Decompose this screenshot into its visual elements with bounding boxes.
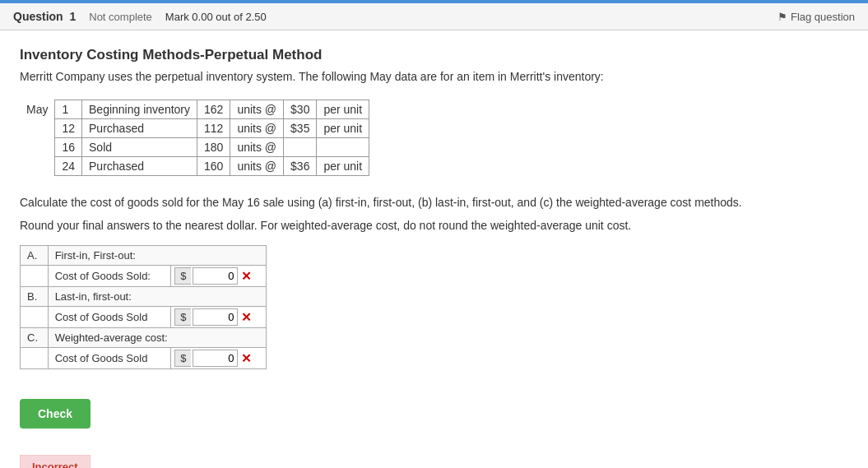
- inventory-row: 24Purchased160units @$36per unit: [20, 157, 369, 176]
- method-row: B.Last-in, first-out:: [21, 287, 267, 307]
- header-bar: Question 1 Not complete Mark 0.00 out of…: [0, 3, 868, 30]
- inventory-table: May1Beginning inventory162units @$30per …: [20, 100, 369, 176]
- inventory-row: May1Beginning inventory162units @$30per …: [20, 100, 369, 119]
- status-badge: Not complete: [89, 11, 152, 23]
- flag-label: Flag question: [791, 11, 855, 23]
- instructions-line1: Calculate the cost of goods sold for the…: [20, 196, 848, 209]
- cost-row: Cost of Goods Sold$✕: [21, 307, 267, 328]
- intro-text: Merritt Company uses the perpetual inven…: [20, 70, 848, 83]
- flag-question-button[interactable]: ⚑ Flag question: [777, 11, 855, 23]
- cost-row: Cost of Goods Sold:$✕: [21, 266, 267, 287]
- input-cell[interactable]: $✕: [171, 266, 267, 287]
- mark-label: Mark 0.00 out of 2.50: [165, 11, 267, 23]
- cost-input-c[interactable]: [193, 350, 238, 367]
- cost-label: Cost of Goods Sold: [48, 348, 171, 369]
- section-letter: B.: [21, 287, 49, 307]
- method-label: Weighted-average cost:: [48, 328, 266, 348]
- inventory-row: 16Sold180units @: [20, 138, 369, 157]
- cost-label: Cost of Goods Sold: [48, 307, 171, 328]
- error-icon: ✕: [241, 310, 252, 325]
- question-word: Question: [13, 10, 63, 23]
- method-label: First-in, First-out:: [48, 246, 266, 266]
- error-icon: ✕: [241, 351, 252, 366]
- cost-input-b[interactable]: [193, 308, 238, 326]
- inventory-row: 12Purchased112units @$35per unit: [20, 119, 369, 138]
- method-row: C.Weighted-average cost:: [21, 328, 267, 348]
- instructions-line2: Round your final answers to the nearest …: [20, 219, 848, 232]
- section-letter: A.: [21, 246, 49, 266]
- question-label: Question 1: [13, 10, 76, 23]
- dollar-sign: $: [174, 350, 191, 367]
- method-label: Last-in, first-out:: [48, 287, 266, 307]
- input-cell[interactable]: $✕: [171, 307, 267, 328]
- cost-row: Cost of Goods Sold$✕: [21, 348, 267, 369]
- method-row: A.First-in, First-out:: [21, 246, 267, 266]
- input-cell[interactable]: $✕: [171, 348, 267, 369]
- main-content: Inventory Costing Methods-Perpetual Meth…: [0, 30, 868, 468]
- answer-table: A.First-in, First-out:Cost of Goods Sold…: [20, 245, 267, 369]
- page-title: Inventory Costing Methods-Perpetual Meth…: [20, 47, 848, 63]
- dollar-sign: $: [174, 308, 191, 326]
- section-letter: C.: [21, 328, 49, 348]
- error-icon: ✕: [241, 269, 252, 284]
- question-number: 1: [69, 10, 76, 23]
- check-button[interactable]: Check: [20, 399, 91, 429]
- flag-icon: ⚑: [777, 11, 787, 23]
- cost-label: Cost of Goods Sold:: [48, 266, 171, 287]
- cost-input-a[interactable]: [193, 267, 238, 285]
- dollar-sign: $: [174, 267, 191, 285]
- incorrect-label: Incorrect: [20, 455, 91, 468]
